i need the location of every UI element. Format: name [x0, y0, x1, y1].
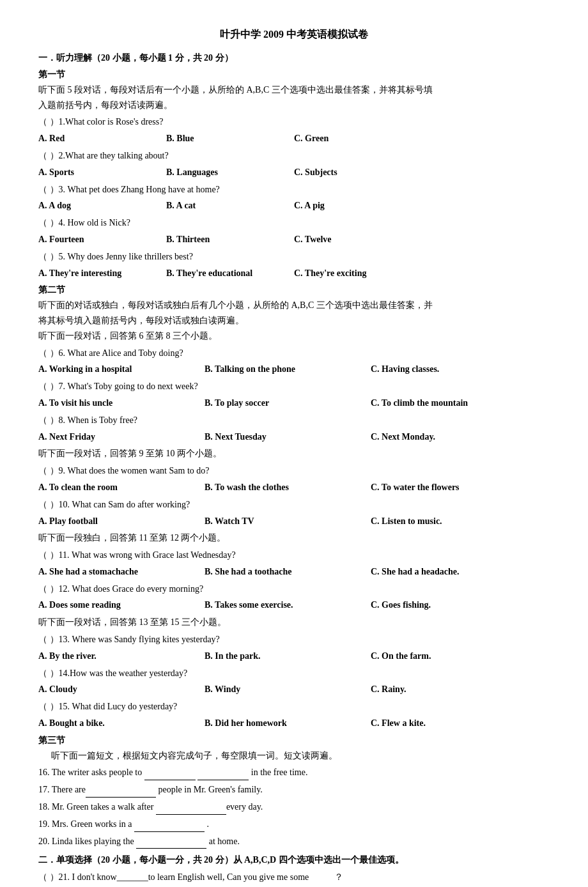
q10-option-c: C. Listen to music.	[371, 514, 499, 529]
q5-text: （ ）5. Why does Jenny like thrillers best…	[38, 249, 550, 265]
q6-text: （ ）6. What are Alice and Toby doing?	[38, 346, 550, 361]
q1-option-a: A. Red	[38, 131, 166, 146]
q4-option-a: A. Fourteen	[38, 232, 166, 247]
q13-options: A. By the river. B. In the park. C. On t…	[38, 649, 550, 664]
subsection1-label: 第一节	[38, 67, 550, 82]
question-5: （ ）5. Why does Jenny like thrillers best…	[38, 249, 550, 281]
q9-option-a: A. To clean the room	[38, 480, 205, 495]
group2-intro: 听下面一段对话，回答第 9 至第 10 两个小题。	[38, 446, 550, 461]
q2-option-b: B. Languages	[166, 165, 294, 180]
group3-intro: 听下面一段独白，回答第 11 至第 12 两个小题。	[38, 530, 550, 546]
question-13: （ ）13. Where was Sandy flying kites yest…	[38, 632, 550, 664]
question-3: （ ）3. What pet does Zhang Hong have at h…	[38, 182, 550, 214]
q2-option-a: A. Sports	[38, 165, 166, 180]
q11-option-b: B. She had a toothache	[205, 564, 371, 580]
q15-option-a: A. Bought a bike.	[38, 716, 205, 731]
question-1: （ ）1.What color is Rose's dress? A. Red …	[38, 114, 550, 146]
question-17: 17. There are people in Mr. Green's fami…	[38, 782, 550, 798]
q5-options: A. They're interesting B. They're educat…	[38, 266, 550, 281]
group1-intro: 听下面一段对话，回答第 6 至第 8 三个小题。	[38, 328, 550, 344]
q6-options: A. Working in a hospital B. Talking on t…	[38, 362, 550, 377]
q9-options: A. To clean the room B. To wash the clot…	[38, 480, 550, 495]
subsection2-instructions2: 将其标号填入题前括号内，每段对话或独白读两遍。	[38, 313, 550, 328]
q14-options: A. Cloudy B. Windy C. Rainy.	[38, 682, 550, 697]
subsection1-instructions2: 入题前括号内，每段对话读两遍。	[38, 98, 550, 113]
q12-option-a: A. Does some reading	[38, 598, 205, 613]
q1-text: （ ）1.What color is Rose's dress?	[38, 114, 550, 130]
q10-options: A. Play football B. Watch TV C. Listen t…	[38, 514, 550, 529]
question-18: 18. Mr. Green takes a walk after every d…	[38, 799, 550, 815]
q4-option-b: B. Thirteen	[166, 232, 294, 247]
q13-option-a: A. By the river.	[38, 649, 205, 664]
q15-text: （ ）15. What did Lucy do yesterday?	[38, 699, 550, 714]
question-19: 19. Mrs. Green works in a .	[38, 817, 550, 832]
q1-options: A. Red B. Blue C. Green	[38, 131, 550, 146]
question-20: 20. Linda likes playing the at home.	[38, 834, 550, 849]
q7-options: A. To visit his uncle B. To play soccer …	[38, 396, 550, 411]
q2-option-c: C. Subjects	[294, 165, 422, 180]
q13-option-c: C. On the farm.	[371, 649, 499, 664]
q21-text: （ ）21. I don't know_______to learn Engli…	[38, 870, 550, 885]
section1-header: 一．听力理解（20 小题，每小题 1 分，共 20 分）	[38, 50, 550, 66]
q5-option-c: C. They're exciting	[294, 266, 422, 281]
question-6: （ ）6. What are Alice and Toby doing? A. …	[38, 346, 550, 378]
q19-text: 19. Mrs. Green works in a .	[38, 817, 550, 832]
q9-option-c: C. To water the flowers	[371, 480, 499, 495]
q14-text: （ ）14.How was the weather yesterday?	[38, 666, 550, 681]
q5-option-b: B. They're educational	[166, 266, 294, 281]
q6-option-b: B. Talking on the phone	[205, 362, 371, 377]
question-11: （ ）11. What was wrong with Grace last We…	[38, 548, 550, 580]
q8-option-c: C. Next Monday.	[371, 429, 499, 445]
q10-option-b: B. Watch TV	[205, 514, 371, 529]
q7-option-c: C. To climb the mountain	[371, 396, 499, 411]
q1-option-b: B. Blue	[166, 131, 294, 146]
q20-text: 20. Linda likes playing the at home.	[38, 834, 550, 849]
q12-option-b: B. Takes some exercise.	[205, 598, 371, 613]
q6-option-a: A. Working in a hospital	[38, 362, 205, 377]
q10-text: （ ）10. What can Sam do after working?	[38, 497, 550, 513]
q1-option-c: C. Green	[294, 131, 422, 146]
q17-text: 17. There are people in Mr. Green's fami…	[38, 782, 550, 798]
question-4: （ ）4. How old is Nick? A. Fourteen B. Th…	[38, 215, 550, 247]
page-title: 叶升中学 2009 中考英语模拟试卷	[38, 26, 550, 43]
q3-options: A. A dog B. A cat C. A pig	[38, 198, 550, 213]
q6-option-c: C. Having classes.	[371, 362, 499, 377]
subsection2-label: 第二节	[38, 282, 550, 298]
q13-option-b: B. In the park.	[205, 649, 371, 664]
q15-option-c: C. Flew a kite.	[371, 716, 499, 731]
q3-text: （ ）3. What pet does Zhang Hong have at h…	[38, 182, 550, 197]
q5-option-a: A. They're interesting	[38, 266, 166, 281]
subsection3-label: 第三节	[38, 733, 550, 748]
q9-option-b: B. To wash the clothes	[205, 480, 371, 495]
q14-option-b: B. Windy	[205, 682, 371, 697]
question-14: （ ）14.How was the weather yesterday? A. …	[38, 666, 550, 698]
q8-options: A. Next Friday B. Next Tuesday C. Next M…	[38, 429, 550, 445]
q11-text: （ ）11. What was wrong with Grace last We…	[38, 548, 550, 563]
q12-option-c: C. Goes fishing.	[371, 598, 499, 613]
q11-options: A. She had a stomachache B. She had a to…	[38, 564, 550, 580]
q14-option-a: A. Cloudy	[38, 682, 205, 697]
question-2: （ ）2.What are they talking about? A. Spo…	[38, 148, 550, 180]
q16-text: 16. The writer asks people to in the fre…	[38, 765, 550, 780]
q12-text: （ ）12. What does Grace do every morning?	[38, 582, 550, 597]
q9-text: （ ）9. What does the women want Sam to do…	[38, 463, 550, 479]
q4-text: （ ）4. How old is Nick?	[38, 215, 550, 231]
q15-option-b: B. Did her homework	[205, 716, 371, 731]
q2-text: （ ）2.What are they talking about?	[38, 148, 550, 164]
q3-option-b: B. A cat	[166, 198, 294, 213]
question-16: 16. The writer asks people to in the fre…	[38, 765, 550, 780]
question-7: （ ）7. What's Toby going to do next week?…	[38, 379, 550, 411]
q8-option-a: A. Next Friday	[38, 429, 205, 445]
q7-option-a: A. To visit his uncle	[38, 396, 205, 411]
q18-text: 18. Mr. Green takes a walk after every d…	[38, 799, 550, 815]
question-21: （ ）21. I don't know_______to learn Engli…	[38, 870, 550, 887]
q4-options: A. Fourteen B. Thirteen C. Twelve	[38, 232, 550, 247]
q4-option-c: C. Twelve	[294, 232, 422, 247]
subsection3-instructions: 听下面一篇短文，根据短文内容完成句子，每空限填一词。短文读两遍。	[38, 748, 550, 764]
q11-option-a: A. She had a stomachache	[38, 564, 205, 580]
subsection1-instructions1: 听下面 5 段对话，每段对话后有一个小题，从所给的 A,B,C 三个选项中选出最…	[38, 82, 550, 98]
q15-options: A. Bought a bike. B. Did her homework C.…	[38, 716, 550, 731]
question-8: （ ）8. When is Toby free? A. Next Friday …	[38, 413, 550, 445]
question-15: （ ）15. What did Lucy do yesterday? A. Bo…	[38, 699, 550, 731]
q10-option-a: A. Play football	[38, 514, 205, 529]
